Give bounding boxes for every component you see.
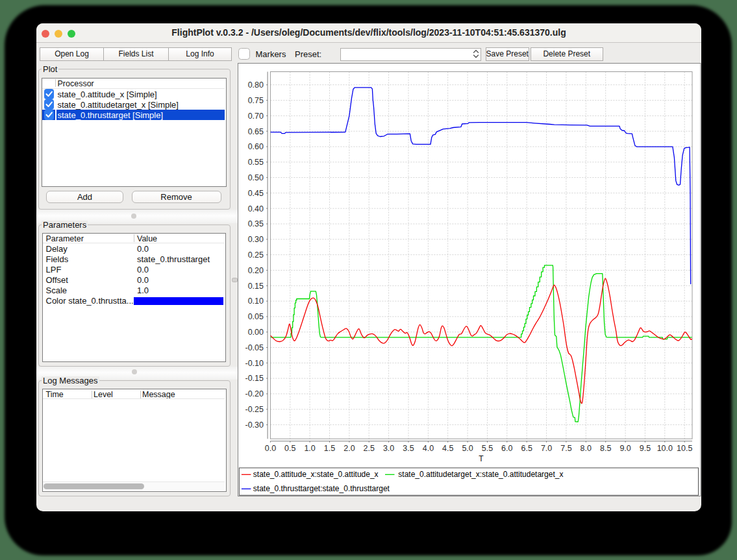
svg-text:0.25: 0.25 bbox=[248, 250, 264, 260]
svg-text:1.0: 1.0 bbox=[304, 444, 315, 453]
svg-text:6.5: 6.5 bbox=[521, 444, 532, 453]
svg-text:-0.20: -0.20 bbox=[245, 389, 264, 398]
svg-text:0.20: 0.20 bbox=[248, 266, 264, 275]
svg-text:7.5: 7.5 bbox=[560, 444, 571, 453]
svg-text:state_0.attitudetarget_x:state: state_0.attitudetarget_x:state_0.attitud… bbox=[398, 470, 563, 479]
svg-text:-0.05: -0.05 bbox=[245, 343, 264, 352]
svg-text:-0.25: -0.25 bbox=[245, 405, 264, 414]
svg-text:10.5: 10.5 bbox=[677, 444, 692, 453]
svg-text:4.0: 4.0 bbox=[423, 444, 434, 453]
svg-text:9.5: 9.5 bbox=[640, 444, 651, 453]
svg-text:9.0: 9.0 bbox=[619, 444, 631, 453]
svg-text:0.40: 0.40 bbox=[248, 204, 264, 213]
svg-text:10.0: 10.0 bbox=[657, 444, 673, 453]
svg-text:3.5: 3.5 bbox=[403, 444, 414, 453]
svg-text:0.10: 0.10 bbox=[248, 297, 264, 306]
svg-text:6.0: 6.0 bbox=[501, 444, 512, 453]
svg-text:5.5: 5.5 bbox=[482, 444, 493, 453]
svg-text:0.70: 0.70 bbox=[248, 112, 264, 121]
svg-text:2.5: 2.5 bbox=[364, 444, 375, 453]
svg-text:0.30: 0.30 bbox=[248, 235, 264, 244]
svg-text:0.65: 0.65 bbox=[248, 127, 264, 136]
svg-text:0.55: 0.55 bbox=[248, 158, 264, 167]
svg-text:0.5: 0.5 bbox=[284, 444, 295, 453]
svg-text:1.5: 1.5 bbox=[324, 444, 335, 453]
svg-text:7.0: 7.0 bbox=[541, 444, 552, 453]
svg-text:0.60: 0.60 bbox=[248, 142, 264, 151]
svg-text:0.15: 0.15 bbox=[248, 282, 264, 291]
svg-text:state_0.thrusttarget:state_0.t: state_0.thrusttarget:state_0.thrusttarge… bbox=[253, 484, 390, 493]
svg-text:0.05: 0.05 bbox=[248, 312, 264, 321]
svg-text:5.0: 5.0 bbox=[462, 444, 473, 453]
svg-text:4.5: 4.5 bbox=[442, 444, 453, 453]
svg-text:2.0: 2.0 bbox=[344, 444, 355, 453]
svg-text:-0.30: -0.30 bbox=[245, 420, 264, 430]
svg-text:0.75: 0.75 bbox=[248, 96, 264, 105]
svg-text:3.0: 3.0 bbox=[383, 444, 394, 453]
svg-text:8.0: 8.0 bbox=[581, 444, 592, 453]
svg-text:-0.15: -0.15 bbox=[245, 374, 264, 383]
svg-text:0.35: 0.35 bbox=[248, 219, 264, 228]
svg-text:8.5: 8.5 bbox=[600, 444, 611, 453]
svg-text:-0.10: -0.10 bbox=[245, 359, 264, 368]
svg-text:0.80: 0.80 bbox=[248, 80, 264, 90]
svg-text:0.50: 0.50 bbox=[248, 173, 264, 182]
svg-text:0.45: 0.45 bbox=[248, 189, 264, 198]
svg-text:state_0.attitude_x:state_0.att: state_0.attitude_x:state_0.attitude_x bbox=[253, 470, 379, 479]
svg-text:0.00: 0.00 bbox=[248, 328, 264, 337]
svg-text:0.0: 0.0 bbox=[265, 444, 276, 453]
svg-text:T: T bbox=[479, 454, 484, 463]
